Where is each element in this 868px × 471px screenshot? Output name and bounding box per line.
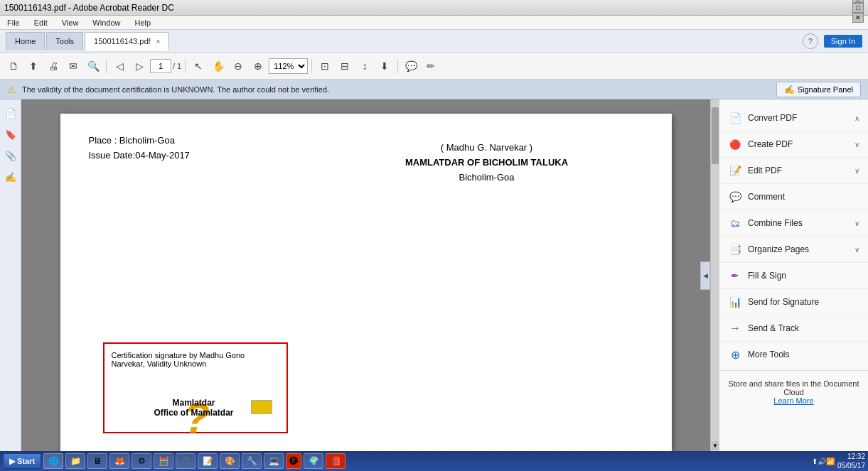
pdf-scrollbar[interactable]: ▼ [710, 99, 719, 451]
collapse-panel-btn[interactable]: ◀ [700, 261, 710, 290]
taskbar-app-calc[interactable]: 🧮 [154, 453, 173, 469]
start-button[interactable]: ▶ Start [3, 453, 41, 469]
fill-sign-icon: ✒ [728, 269, 742, 283]
sys-tray-icons: ⬆🔊📶 [812, 458, 835, 465]
sidebar-attach-icon[interactable]: 📎 [3, 148, 18, 163]
email-btn[interactable]: ✉ [64, 57, 82, 75]
open-file-btn[interactable]: ⬆ [24, 57, 43, 75]
taskbar-app-red[interactable]: 🅡 [286, 453, 301, 469]
rotate-btn[interactable]: ↕ [355, 57, 374, 75]
rp-item-comment[interactable]: 💬 Comment [719, 184, 868, 210]
pdf-authority-title: MAMLATDAR OF BICHOLIM TALUKA [331, 157, 643, 168]
scroll-down-btn[interactable]: ▼ [712, 441, 719, 450]
menu-help[interactable]: Help [130, 17, 155, 28]
scroll-thumb[interactable] [712, 107, 719, 164]
taskbar-app-acrobat[interactable]: 📕 [326, 453, 345, 469]
rp-item-send-track[interactable]: → Send & Track [719, 315, 868, 342]
sig-panel-icon: ✍ [784, 85, 795, 94]
taskbar-app-monitor[interactable]: 💻 [264, 453, 284, 469]
tab-tools[interactable]: Tools [46, 32, 83, 50]
sig-seal [251, 400, 272, 414]
menu-bar: File Edit View Window Help [0, 16, 868, 30]
taskbar-app-paint[interactable]: 🎨 [220, 453, 240, 469]
taskbar-app-media[interactable]: 🎵 [176, 453, 195, 469]
rp-item-convert-pdf[interactable]: 📄 Convert PDF ∧ [719, 105, 868, 131]
rp-item-send-signature[interactable]: 📊 Send for Signature [719, 289, 868, 315]
taskbar-app-settings[interactable]: ⚙ [132, 453, 151, 469]
main-layout: 📄 🔖 📎 ✍ Place : Bicholim-Goa Issue Date:… [0, 99, 868, 451]
taskbar-app-desktop[interactable]: 🖥 [87, 453, 107, 469]
help-btn[interactable]: ? [803, 33, 818, 49]
cursor-btn[interactable]: ↖ [189, 57, 208, 75]
sys-tray: ⬆🔊📶 12:32 05/05/17 [812, 452, 865, 470]
cloud-text: Store and share files in the Document Cl… [728, 379, 859, 396]
sig-text4: Office of Mamlatdar [154, 408, 234, 418]
notif-text: The validity of the document certificati… [22, 85, 771, 94]
pdf-viewer: Place : Bicholim-Goa Issue Date:04-May-2… [21, 99, 710, 451]
combine-files-label: Combine Files [748, 218, 803, 228]
find-btn[interactable]: 🔍 [84, 57, 102, 75]
warning-icon: ⚠ [7, 84, 16, 95]
rp-item-fill-sign[interactable]: ✒ Fill & Sign [719, 263, 868, 289]
signature-panel-btn[interactable]: ✍ Signature Panel [776, 82, 861, 97]
clock-date: 05/05/17 [837, 461, 865, 470]
title-text: 1500116143.pdf - Adobe Acrobat Reader DC [4, 3, 174, 13]
taskbar-app-ie[interactable]: 🌐 [43, 453, 63, 469]
download-btn[interactable]: ⬇ [375, 57, 394, 75]
signin-btn[interactable]: Sign In [824, 35, 862, 48]
convert-pdf-arrow: ∧ [854, 114, 859, 122]
taskbar-app-tools2[interactable]: 🔧 [242, 453, 262, 469]
print-btn[interactable]: 🖨 [44, 57, 63, 75]
taskbar-app-notepad[interactable]: 📝 [198, 453, 218, 469]
notif-bar: ⚠ The validity of the document certifica… [0, 80, 868, 99]
maximize-btn[interactable]: □ [852, 3, 864, 13]
zoom-out-btn[interactable]: ⊖ [229, 57, 247, 75]
taskbar-app-firefox[interactable]: 🦊 [109, 453, 129, 469]
start-label: Start [17, 457, 35, 465]
send-track-icon: → [728, 321, 742, 335]
page-input[interactable] [150, 59, 171, 73]
menu-edit[interactable]: Edit [30, 17, 52, 28]
rp-more-tools[interactable]: ⊕ More Tools [719, 342, 868, 367]
learn-more-link[interactable]: Learn More [773, 396, 813, 405]
taskbar-app-chrome[interactable]: 🌍 [304, 453, 323, 469]
tab-pdf[interactable]: 1500116143.pdf × [85, 32, 169, 50]
close-btn[interactable]: ✕ [852, 13, 864, 23]
sys-clock: 12:32 05/05/17 [837, 452, 865, 470]
tab-close-icon[interactable]: × [156, 38, 161, 45]
sidebar-sig-icon[interactable]: ✍ [3, 169, 18, 185]
sidebar-page-icon[interactable]: 📄 [3, 105, 18, 121]
fit-page-btn[interactable]: ⊡ [316, 57, 334, 75]
more-tools-icon: ⊕ [728, 347, 742, 362]
sig-text1: Certification signature by Madhu Gono [112, 351, 279, 359]
send-sig-label: Send for Signature [748, 297, 819, 307]
sidebar-bookmark-icon[interactable]: 🔖 [3, 126, 18, 142]
tab-pdf-label: 1500116143.pdf [94, 37, 151, 45]
rp-item-organize-pages[interactable]: 📑 Organize Pages ∨ [719, 237, 868, 263]
page-sep: / 1 [173, 62, 181, 70]
menu-file[interactable]: File [3, 17, 24, 28]
sep4 [397, 59, 398, 73]
fit-width-btn[interactable]: ⊟ [336, 57, 354, 75]
taskbar-app-explorer[interactable]: 📁 [65, 453, 85, 469]
edit-pdf-icon: 📝 [728, 163, 742, 178]
zoom-select[interactable]: 112% 50% 75% 100% 125% 150% 200% [269, 58, 308, 74]
zoom-in-btn[interactable]: ⊕ [249, 57, 267, 75]
title-bar: 1500116143.pdf - Adobe Acrobat Reader DC… [0, 0, 868, 16]
next-page-btn[interactable]: ▷ [130, 57, 149, 75]
menu-view[interactable]: View [58, 17, 83, 28]
title-controls: _ □ ✕ [852, 0, 864, 23]
hand-btn[interactable]: ✋ [209, 57, 227, 75]
draw-btn[interactable]: ✏ [422, 57, 440, 75]
organize-pages-label: Organize Pages [748, 244, 809, 254]
rp-item-combine-files[interactable]: 🗂 Combine Files ∨ [719, 210, 868, 237]
left-sidebar: 📄 🔖 📎 ✍ [0, 99, 21, 451]
menu-window[interactable]: Window [88, 17, 124, 28]
rp-item-edit-pdf[interactable]: 📝 Edit PDF ∨ [719, 158, 868, 184]
tab-home[interactable]: Home [6, 32, 45, 50]
new-file-btn[interactable]: 🗋 [4, 57, 23, 75]
comment-btn[interactable]: 💬 [402, 57, 420, 75]
pdf-place: Place : Bicholim-Goa [89, 135, 190, 146]
prev-page-btn[interactable]: ◁ [110, 57, 129, 75]
rp-item-create-pdf[interactable]: 🔴 Create PDF ∨ [719, 131, 868, 158]
